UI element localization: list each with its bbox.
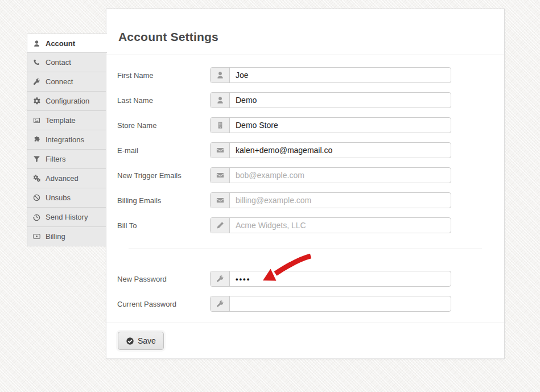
sidebar-item-template[interactable]: Template bbox=[27, 111, 106, 130]
last-name-row: Last Name bbox=[106, 92, 504, 108]
sidebar-item-label: Account bbox=[46, 39, 75, 48]
new-password-row: New Password bbox=[106, 271, 504, 287]
sidebar-item-integrations[interactable]: Integrations bbox=[27, 130, 106, 150]
sidebar-item-label: Advanced bbox=[46, 174, 79, 183]
first-name-input-group bbox=[210, 67, 451, 83]
sidebar-item-label: Template bbox=[46, 116, 76, 125]
building-icon bbox=[211, 118, 230, 133]
new-trigger-emails-input[interactable] bbox=[230, 168, 451, 183]
image-icon bbox=[33, 117, 40, 124]
billing-emails-row: Billing Emails bbox=[106, 192, 504, 208]
puzzle-icon bbox=[33, 136, 40, 143]
section-divider bbox=[129, 249, 482, 249]
key-icon bbox=[211, 296, 230, 311]
bill-to-input-group bbox=[210, 217, 451, 233]
new-password-input[interactable] bbox=[230, 271, 451, 286]
phone-icon bbox=[33, 59, 40, 66]
settings-sidebar: Account Contact Connect Configuration Te… bbox=[27, 34, 106, 246]
current-password-row: Current Password bbox=[106, 296, 504, 312]
sidebar-item-label: Contact bbox=[46, 58, 71, 67]
bill-to-input[interactable] bbox=[230, 218, 451, 233]
sidebar-item-billing[interactable]: Billing bbox=[27, 227, 106, 246]
last-name-label: Last Name bbox=[106, 96, 210, 105]
store-name-row: Store Name bbox=[106, 117, 504, 133]
history-icon bbox=[33, 213, 40, 221]
user-icon bbox=[211, 68, 230, 82]
new-trigger-emails-input-group bbox=[210, 167, 451, 183]
sidebar-item-connect[interactable]: Connect bbox=[27, 72, 106, 92]
account-settings-screen: Account Settings First Name Last Name St… bbox=[0, 0, 540, 392]
new-trigger-emails-label: New Trigger Emails bbox=[106, 171, 210, 180]
email-row: E-mail bbox=[106, 142, 504, 158]
last-name-input[interactable] bbox=[230, 93, 451, 108]
billing-emails-label: Billing Emails bbox=[106, 196, 210, 205]
new-password-input-group bbox=[210, 271, 451, 287]
sidebar-item-label: Integrations bbox=[46, 135, 84, 144]
envelope-icon bbox=[211, 193, 230, 208]
current-password-input-group bbox=[210, 296, 451, 312]
sidebar-item-label: Filters bbox=[46, 155, 65, 163]
bill-to-label: Bill To bbox=[106, 221, 210, 230]
filter-icon bbox=[33, 155, 40, 163]
billing-icon bbox=[33, 233, 40, 240]
billing-emails-input[interactable] bbox=[230, 193, 451, 208]
email-label: E-mail bbox=[106, 146, 210, 155]
ban-icon bbox=[33, 194, 40, 201]
key-icon bbox=[211, 271, 230, 286]
panel-footer: Save bbox=[106, 323, 504, 358]
gears-icon bbox=[33, 175, 40, 182]
sidebar-item-label: Unsubs bbox=[46, 193, 71, 202]
last-name-input-group bbox=[210, 92, 451, 108]
sidebar-item-filters[interactable]: Filters bbox=[27, 150, 106, 169]
first-name-input[interactable] bbox=[230, 68, 451, 82]
email-input[interactable] bbox=[230, 143, 451, 158]
current-password-input[interactable] bbox=[230, 296, 451, 311]
user-icon bbox=[211, 93, 230, 108]
new-password-label: New Password bbox=[106, 275, 210, 283]
user-icon bbox=[33, 40, 40, 47]
sidebar-item-label: Configuration bbox=[46, 97, 89, 105]
sidebar-item-label: Billing bbox=[46, 232, 65, 241]
sidebar-item-label: Send History bbox=[46, 213, 88, 221]
new-trigger-emails-row: New Trigger Emails bbox=[106, 167, 504, 183]
sidebar-item-advanced[interactable]: Advanced bbox=[27, 169, 106, 188]
pencil-icon bbox=[211, 218, 230, 233]
first-name-label: First Name bbox=[106, 71, 210, 80]
save-button[interactable]: Save bbox=[118, 332, 164, 350]
sidebar-item-label: Connect bbox=[46, 77, 73, 86]
bill-to-row: Bill To bbox=[106, 217, 504, 233]
sidebar-item-send-history[interactable]: Send History bbox=[27, 208, 106, 227]
gear-icon bbox=[33, 97, 40, 105]
sidebar-item-configuration[interactable]: Configuration bbox=[27, 92, 106, 111]
account-form: First Name Last Name Store Name bbox=[106, 55, 504, 312]
store-name-input[interactable] bbox=[230, 118, 451, 133]
current-password-label: Current Password bbox=[106, 300, 210, 308]
billing-emails-input-group bbox=[210, 192, 451, 208]
sidebar-item-account[interactable]: Account bbox=[27, 34, 107, 53]
envelope-icon bbox=[211, 168, 230, 183]
page-title: Account Settings bbox=[118, 30, 219, 44]
panel-header: Account Settings bbox=[106, 9, 504, 55]
store-name-label: Store Name bbox=[106, 121, 210, 130]
account-settings-panel: Account Settings First Name Last Name St… bbox=[106, 9, 505, 359]
email-input-group bbox=[210, 142, 451, 158]
check-circle-icon bbox=[126, 337, 134, 345]
save-button-label: Save bbox=[138, 336, 156, 345]
first-name-row: First Name bbox=[106, 67, 504, 83]
store-name-input-group bbox=[210, 117, 451, 133]
sidebar-item-contact[interactable]: Contact bbox=[27, 53, 106, 72]
sidebar-item-unsubs[interactable]: Unsubs bbox=[27, 188, 106, 208]
envelope-icon bbox=[211, 143, 230, 158]
key-icon bbox=[33, 78, 40, 85]
